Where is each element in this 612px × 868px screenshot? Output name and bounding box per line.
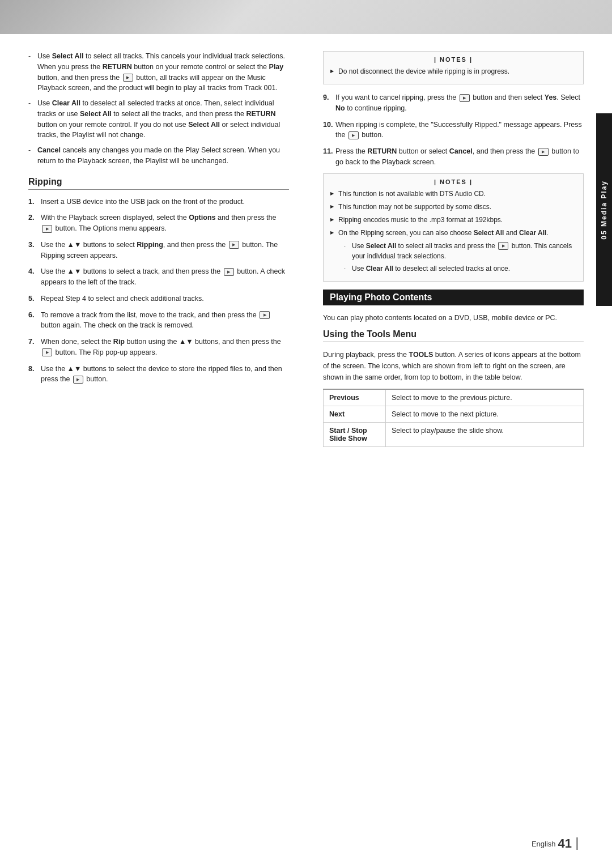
step-content-3: Use the ▲▼ buttons to select Ripping, an… bbox=[41, 240, 289, 261]
note-2-item-4: On the Ripping screen, you can also choo… bbox=[330, 228, 576, 274]
left-column: Use Select All to select all tracks. Thi… bbox=[28, 51, 300, 447]
step-content-6: To remove a track from the list, move to… bbox=[41, 310, 289, 331]
ripping-steps-list: 1. Insert a USB device into the USB jack… bbox=[28, 197, 289, 385]
button-icon-1 bbox=[123, 74, 133, 82]
step-num-1: 1. bbox=[28, 197, 41, 207]
button-icon-8 bbox=[73, 376, 83, 384]
return-bold-2: RETURN bbox=[246, 110, 275, 118]
footer-bar bbox=[576, 837, 578, 850]
rip-bold: Rip bbox=[113, 338, 125, 346]
step-num-9: 9. bbox=[323, 92, 335, 103]
ripping-step-5: 5. Repeat Step 4 to select and check add… bbox=[28, 293, 289, 304]
ripping-step-6: 6. To remove a track from the list, move… bbox=[28, 310, 289, 331]
table-cell-slideshow-desc: Select to play/pause the slide show. bbox=[386, 422, 584, 446]
step-content-2: With the Playback screen displayed, sele… bbox=[41, 212, 289, 234]
table-row-slideshow: Start / StopSlide Show Select to play/pa… bbox=[324, 422, 584, 446]
table-row-next: Next Select to move to the next picture. bbox=[324, 406, 584, 422]
top-decorative-bar bbox=[0, 0, 612, 34]
table-cell-slideshow-name: Start / StopSlide Show bbox=[324, 422, 386, 446]
button-icon-10 bbox=[348, 131, 359, 139]
notes-list-2: This function is not available with DTS … bbox=[330, 189, 576, 274]
intro-bullet-1: Use Select All to select all tracks. Thi… bbox=[28, 51, 289, 93]
button-icon-sub1 bbox=[498, 242, 508, 250]
ripping-step-4: 4. Use the ▲▼ buttons to select a track,… bbox=[28, 266, 289, 288]
return-bold-3: RETURN bbox=[367, 147, 397, 155]
notes-list-1: Do not disconnect the device while rippi… bbox=[330, 66, 576, 76]
table-cell-previous-name: Previous bbox=[324, 389, 386, 406]
step-num-5: 5. bbox=[28, 293, 41, 304]
intro-bullet-3: Cancel cancels any changes you made on t… bbox=[28, 145, 289, 167]
step-content-8: Use the ▲▼ buttons to select the device … bbox=[41, 364, 289, 385]
yes-bold: Yes bbox=[545, 93, 557, 101]
content-area: Use Select All to select all tracks. Thi… bbox=[0, 34, 612, 464]
note-1-item-1: Do not disconnect the device while rippi… bbox=[330, 66, 576, 76]
no-bold: No bbox=[335, 104, 345, 112]
button-icon-11 bbox=[538, 148, 549, 156]
step-content-5: Repeat Step 4 to select and check additi… bbox=[41, 293, 289, 304]
step-content-1: Insert a USB device into the USB jack on… bbox=[41, 197, 289, 207]
intro-bullet-list: Use Select All to select all tracks. Thi… bbox=[28, 51, 289, 167]
table-cell-next-desc: Select to move to the next picture. bbox=[386, 406, 584, 422]
notes-block-2: | NOTES | This function is not available… bbox=[323, 173, 584, 282]
side-tab-text: 05 Media Play bbox=[600, 180, 608, 240]
ripping-step-7: 7. When done, select the Rip button usin… bbox=[28, 337, 289, 358]
play-bold-1: Play bbox=[269, 63, 284, 71]
step-num-2: 2. bbox=[28, 212, 41, 223]
page-wrapper: 05 Media Play Use Select All to select a… bbox=[0, 0, 612, 868]
button-icon-2 bbox=[42, 225, 52, 233]
step-content-4: Use the ▲▼ buttons to select a track, an… bbox=[41, 266, 289, 288]
sub-bullet-2: Use Clear All to deselect all selected t… bbox=[344, 263, 576, 274]
clear-all-bold-1: Clear All bbox=[52, 99, 80, 107]
note-2-item-1: This function is not available with DTS … bbox=[330, 189, 576, 199]
table-cell-previous-desc: Select to move to the previous picture. bbox=[386, 389, 584, 406]
side-tab: 05 Media Play bbox=[596, 113, 612, 306]
options-bold: Options bbox=[189, 214, 215, 222]
right-column: | NOTES | Do not disconnect the device w… bbox=[317, 51, 584, 447]
clear-all-bold-3: Clear All bbox=[366, 265, 393, 273]
select-all-bold-5: Select All bbox=[366, 242, 397, 250]
button-icon-7 bbox=[42, 348, 52, 356]
steps-9-11-list: 9. If you want to cancel ripping, press … bbox=[323, 92, 584, 168]
step-content-11: Press the RETURN button or select Cancel… bbox=[335, 146, 584, 168]
step-num-10: 10. bbox=[323, 120, 335, 130]
table-row-previous: Previous Select to move to the previous … bbox=[324, 389, 584, 406]
step-num-11: 11. bbox=[323, 146, 335, 157]
using-tools-heading: Using the Tools Menu bbox=[323, 329, 584, 342]
step-num-8: 8. bbox=[28, 364, 41, 375]
select-all-bold-3: Select All bbox=[188, 121, 220, 129]
ripping-step-1: 1. Insert a USB device into the USB jack… bbox=[28, 197, 289, 207]
select-all-bold-1: Select All bbox=[52, 52, 84, 60]
tools-table: Previous Select to move to the previous … bbox=[323, 389, 584, 447]
step-10: 10. When ripping is complete, the "Succe… bbox=[323, 120, 584, 141]
sub-bullet-list-notes2: Use Select All to select all tracks and … bbox=[344, 241, 576, 274]
tools-bold: TOOLS bbox=[409, 351, 433, 359]
select-all-bold-2: Select All bbox=[80, 110, 112, 118]
step-11: 11. Press the RETURN button or select Ca… bbox=[323, 146, 584, 168]
button-icon-4 bbox=[224, 268, 234, 276]
note-2-item-2: This function may not be supported by so… bbox=[330, 202, 576, 212]
playing-photo-heading: Playing Photo Contents bbox=[323, 290, 584, 305]
table-cell-next-name: Next bbox=[324, 406, 386, 422]
button-icon-9 bbox=[460, 94, 470, 102]
notes-block-1: | NOTES | Do not disconnect the device w… bbox=[323, 51, 584, 84]
cancel-bold-2: Cancel bbox=[449, 147, 473, 155]
return-bold-1: RETURN bbox=[103, 63, 132, 71]
step-num-6: 6. bbox=[28, 310, 41, 321]
notes-title-2: | NOTES | bbox=[330, 178, 576, 185]
ripping-step-2: 2. With the Playback screen displayed, s… bbox=[28, 212, 289, 234]
ripping-step-3: 3. Use the ▲▼ buttons to select Ripping,… bbox=[28, 240, 289, 261]
step-num-7: 7. bbox=[28, 337, 41, 347]
ripping-bold: Ripping bbox=[137, 241, 163, 249]
select-all-bold-4: Select All bbox=[474, 229, 504, 237]
using-tools-intro: During playback, press the TOOLS button.… bbox=[323, 349, 584, 383]
cancel-bold-1: Cancel bbox=[37, 146, 61, 154]
step-content-7: When done, select the Rip button using t… bbox=[41, 337, 289, 358]
footer-page-num: 41 bbox=[558, 836, 572, 851]
note-2-item-3: Ripping encodes music to the .mp3 format… bbox=[330, 215, 576, 225]
ripping-heading: Ripping bbox=[28, 177, 289, 190]
notes-title-1: | NOTES | bbox=[330, 56, 576, 63]
playing-photo-intro: You can play photo contents located on a… bbox=[323, 312, 584, 324]
step-content-10: When ripping is complete, the "Successfu… bbox=[335, 120, 584, 141]
intro-bullet-2: Use Clear All to deselect all selected t… bbox=[28, 98, 289, 141]
footer: English 41 bbox=[532, 836, 578, 851]
